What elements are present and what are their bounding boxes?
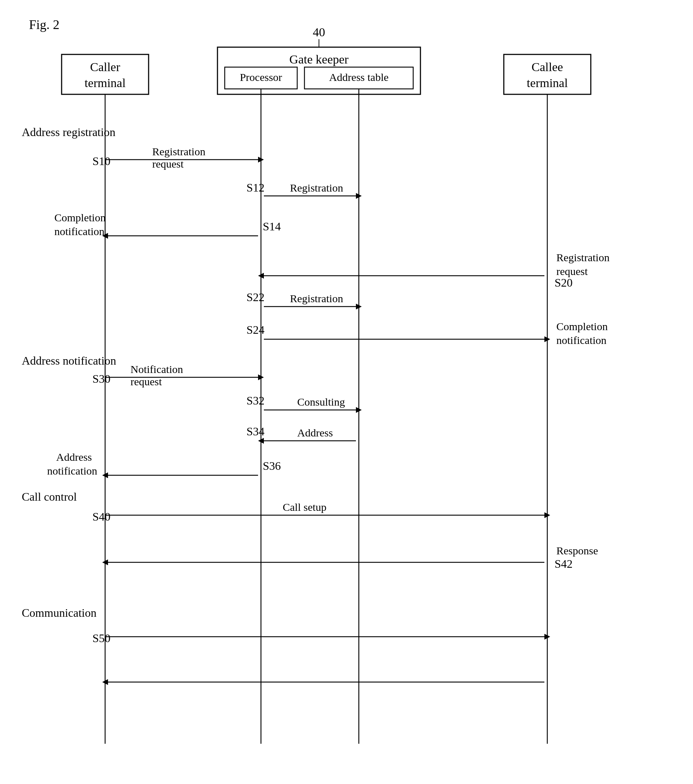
step-s24-text2: notification: [557, 334, 606, 346]
step-s22-label: S22: [246, 291, 264, 304]
gatekeeper-label: Gate keeper: [289, 53, 349, 66]
diagram-container: Fig. 2 40 Caller terminal Gate keeper Pr…: [0, 0, 693, 784]
step-s12-label: S12: [246, 181, 264, 194]
callee-terminal-label1: Callee: [532, 60, 563, 74]
step-s40-label: S40: [92, 510, 110, 523]
step-s10-text1: Registration: [152, 145, 205, 158]
step-s50-label: S50: [92, 632, 110, 645]
gatekeeper-number: 40: [313, 25, 325, 39]
step-s22-text: Registration: [290, 292, 343, 305]
step-s40-text: Call setup: [283, 501, 327, 513]
callee-terminal-label2: terminal: [527, 76, 568, 90]
step-s32-text: Consulting: [297, 396, 345, 408]
step-s32-label: S32: [246, 394, 264, 407]
phase-communication: Communication: [22, 606, 97, 619]
step-s10-label: S10: [92, 155, 110, 168]
step-s36-left-text2: notification: [47, 465, 97, 477]
step-s20-text1: Registration: [557, 251, 610, 264]
processor-label: Processor: [240, 71, 282, 83]
step-s34-text: Address: [297, 427, 333, 439]
step-s24-text1: Completion: [557, 320, 608, 332]
step-s14-label: S14: [263, 220, 281, 233]
phase-address-notification: Address notification: [22, 354, 116, 367]
step-s24-label: S24: [246, 323, 264, 336]
step-s42-label: S42: [555, 557, 573, 570]
step-s30-text1: Notification: [130, 363, 183, 375]
step-s42-text: Response: [557, 545, 598, 557]
step-s34-label: S34: [246, 425, 264, 438]
caller-terminal-label2: terminal: [84, 76, 125, 90]
step-s36-label: S36: [263, 459, 281, 473]
address-table-label: Address table: [329, 71, 389, 83]
step-s30-text2: request: [130, 376, 162, 387]
step-s20-text2: request: [557, 265, 588, 277]
phase-address-registration: Address registration: [22, 125, 116, 138]
step-s12-text: Registration: [290, 182, 343, 194]
step-s30-label: S30: [92, 372, 110, 385]
caller-terminal-label1: Caller: [90, 60, 120, 74]
step-s10-text2: request: [152, 158, 184, 170]
completion-notif-label1: Completion: [54, 211, 106, 224]
step-s20-label: S20: [555, 276, 573, 289]
phase-call-control: Call control: [22, 490, 77, 503]
step-s36-left-text1: Address: [56, 451, 92, 463]
figure-label: Fig. 2: [29, 17, 59, 32]
completion-notif-label2: notification: [54, 225, 104, 237]
